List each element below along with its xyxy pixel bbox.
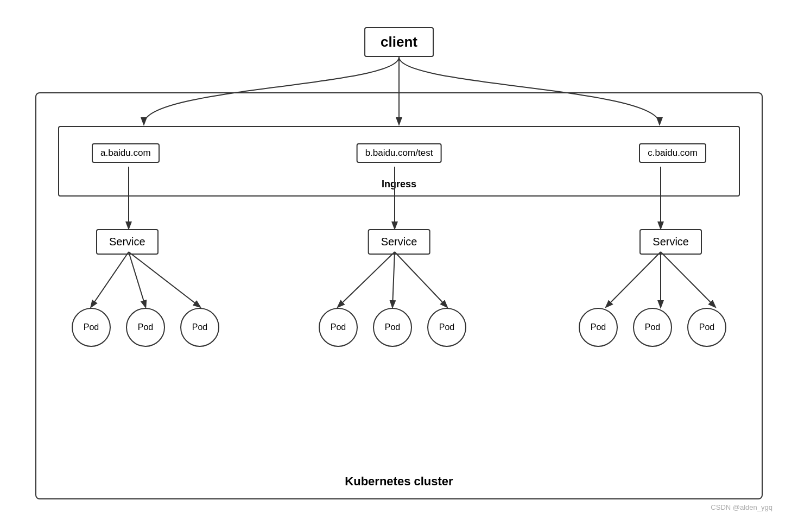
- service-box-right: Service: [639, 229, 702, 255]
- service-box-center: Service: [368, 229, 430, 255]
- svg-line-9: [606, 252, 661, 307]
- pod-left-1: Pod: [72, 308, 111, 347]
- watermark: CSDN @alden_ygq: [711, 503, 772, 511]
- domain-label-right: c.baidu.com: [648, 148, 698, 158]
- svg-line-11: [661, 252, 715, 307]
- svg-line-5: [129, 252, 200, 307]
- kubernetes-cluster: a.baidu.com b.baidu.com/test c.baidu.com…: [35, 92, 763, 499]
- domain-box-center: b.baidu.com/test: [357, 143, 442, 163]
- client-label: client: [381, 34, 417, 50]
- domain-box-right: c.baidu.com: [639, 143, 706, 163]
- service-box-left: Service: [96, 229, 159, 255]
- k8s-cluster-label: Kubernetes cluster: [345, 474, 453, 489]
- svg-line-7: [392, 252, 395, 307]
- svg-line-6: [338, 252, 395, 307]
- pod-right-1: Pod: [579, 308, 618, 347]
- domain-label-left: a.baidu.com: [100, 148, 151, 158]
- pod-left-3: Pod: [180, 308, 219, 347]
- domain-box-left: a.baidu.com: [92, 143, 160, 163]
- svg-line-8: [395, 252, 447, 307]
- pod-center-3: Pod: [427, 308, 466, 347]
- pod-left-2: Pod: [126, 308, 165, 347]
- ingress-box: a.baidu.com b.baidu.com/test c.baidu.com…: [58, 126, 740, 197]
- pod-right-2: Pod: [633, 308, 672, 347]
- domain-label-center: b.baidu.com/test: [365, 148, 433, 158]
- svg-line-4: [129, 252, 145, 307]
- pod-center-2: Pod: [373, 308, 412, 347]
- svg-line-3: [91, 252, 129, 307]
- ingress-label: Ingress: [382, 179, 416, 190]
- pod-right-3: Pod: [687, 308, 726, 347]
- diagram-container: client a.baidu.com b.baidu.com/test c.ba…: [19, 16, 779, 516]
- client-box: client: [364, 27, 434, 57]
- pod-center-1: Pod: [319, 308, 358, 347]
